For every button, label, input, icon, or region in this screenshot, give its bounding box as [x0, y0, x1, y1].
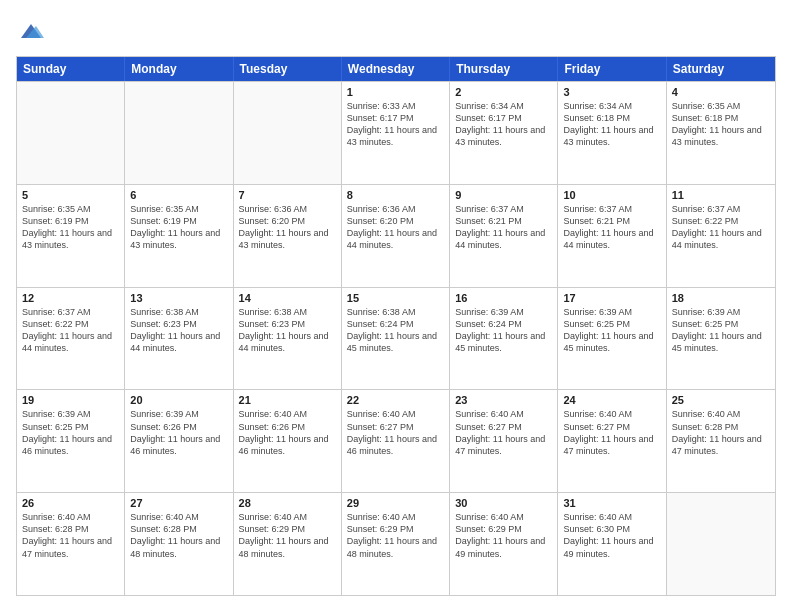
calendar-cell: 15Sunrise: 6:38 AM Sunset: 6:24 PM Dayli…: [342, 288, 450, 390]
day-number: 7: [239, 189, 336, 201]
day-number: 4: [672, 86, 770, 98]
day-info: Sunrise: 6:34 AM Sunset: 6:18 PM Dayligh…: [563, 100, 660, 149]
day-info: Sunrise: 6:35 AM Sunset: 6:19 PM Dayligh…: [22, 203, 119, 252]
calendar-cell: 30Sunrise: 6:40 AM Sunset: 6:29 PM Dayli…: [450, 493, 558, 595]
header: [16, 16, 776, 46]
day-info: Sunrise: 6:38 AM Sunset: 6:24 PM Dayligh…: [347, 306, 444, 355]
calendar-cell: 9Sunrise: 6:37 AM Sunset: 6:21 PM Daylig…: [450, 185, 558, 287]
day-number: 17: [563, 292, 660, 304]
calendar-cell: 31Sunrise: 6:40 AM Sunset: 6:30 PM Dayli…: [558, 493, 666, 595]
calendar-cell: 13Sunrise: 6:38 AM Sunset: 6:23 PM Dayli…: [125, 288, 233, 390]
day-info: Sunrise: 6:38 AM Sunset: 6:23 PM Dayligh…: [239, 306, 336, 355]
calendar-row-4: 19Sunrise: 6:39 AM Sunset: 6:25 PM Dayli…: [17, 389, 775, 492]
calendar-cell: 14Sunrise: 6:38 AM Sunset: 6:23 PM Dayli…: [234, 288, 342, 390]
calendar-body: 1Sunrise: 6:33 AM Sunset: 6:17 PM Daylig…: [17, 81, 775, 595]
calendar-cell: 27Sunrise: 6:40 AM Sunset: 6:28 PM Dayli…: [125, 493, 233, 595]
logo: [16, 16, 50, 46]
calendar-cell: 11Sunrise: 6:37 AM Sunset: 6:22 PM Dayli…: [667, 185, 775, 287]
day-info: Sunrise: 6:40 AM Sunset: 6:27 PM Dayligh…: [563, 408, 660, 457]
day-number: 21: [239, 394, 336, 406]
day-info: Sunrise: 6:37 AM Sunset: 6:22 PM Dayligh…: [672, 203, 770, 252]
day-number: 12: [22, 292, 119, 304]
day-number: 14: [239, 292, 336, 304]
day-number: 31: [563, 497, 660, 509]
calendar-cell: 18Sunrise: 6:39 AM Sunset: 6:25 PM Dayli…: [667, 288, 775, 390]
calendar-cell: 17Sunrise: 6:39 AM Sunset: 6:25 PM Dayli…: [558, 288, 666, 390]
calendar-row-2: 5Sunrise: 6:35 AM Sunset: 6:19 PM Daylig…: [17, 184, 775, 287]
day-number: 29: [347, 497, 444, 509]
day-number: 10: [563, 189, 660, 201]
calendar: SundayMondayTuesdayWednesdayThursdayFrid…: [16, 56, 776, 596]
day-number: 2: [455, 86, 552, 98]
day-number: 1: [347, 86, 444, 98]
calendar-cell: 7Sunrise: 6:36 AM Sunset: 6:20 PM Daylig…: [234, 185, 342, 287]
day-info: Sunrise: 6:37 AM Sunset: 6:21 PM Dayligh…: [455, 203, 552, 252]
calendar-cell: 8Sunrise: 6:36 AM Sunset: 6:20 PM Daylig…: [342, 185, 450, 287]
day-of-week-tuesday: Tuesday: [234, 57, 342, 81]
day-of-week-thursday: Thursday: [450, 57, 558, 81]
day-of-week-saturday: Saturday: [667, 57, 775, 81]
day-info: Sunrise: 6:39 AM Sunset: 6:25 PM Dayligh…: [672, 306, 770, 355]
day-of-week-sunday: Sunday: [17, 57, 125, 81]
day-number: 3: [563, 86, 660, 98]
day-of-week-friday: Friday: [558, 57, 666, 81]
day-number: 16: [455, 292, 552, 304]
day-info: Sunrise: 6:40 AM Sunset: 6:29 PM Dayligh…: [455, 511, 552, 560]
day-info: Sunrise: 6:40 AM Sunset: 6:28 PM Dayligh…: [672, 408, 770, 457]
day-number: 23: [455, 394, 552, 406]
calendar-cell: 6Sunrise: 6:35 AM Sunset: 6:19 PM Daylig…: [125, 185, 233, 287]
calendar-cell: 16Sunrise: 6:39 AM Sunset: 6:24 PM Dayli…: [450, 288, 558, 390]
calendar-cell: [234, 82, 342, 184]
day-info: Sunrise: 6:36 AM Sunset: 6:20 PM Dayligh…: [347, 203, 444, 252]
day-number: 15: [347, 292, 444, 304]
day-info: Sunrise: 6:40 AM Sunset: 6:27 PM Dayligh…: [347, 408, 444, 457]
day-info: Sunrise: 6:35 AM Sunset: 6:18 PM Dayligh…: [672, 100, 770, 149]
calendar-cell: 28Sunrise: 6:40 AM Sunset: 6:29 PM Dayli…: [234, 493, 342, 595]
day-number: 22: [347, 394, 444, 406]
calendar-header: SundayMondayTuesdayWednesdayThursdayFrid…: [17, 57, 775, 81]
calendar-cell: 2Sunrise: 6:34 AM Sunset: 6:17 PM Daylig…: [450, 82, 558, 184]
day-info: Sunrise: 6:37 AM Sunset: 6:21 PM Dayligh…: [563, 203, 660, 252]
day-number: 11: [672, 189, 770, 201]
day-number: 18: [672, 292, 770, 304]
day-number: 19: [22, 394, 119, 406]
day-info: Sunrise: 6:40 AM Sunset: 6:29 PM Dayligh…: [239, 511, 336, 560]
day-info: Sunrise: 6:40 AM Sunset: 6:30 PM Dayligh…: [563, 511, 660, 560]
calendar-cell: 1Sunrise: 6:33 AM Sunset: 6:17 PM Daylig…: [342, 82, 450, 184]
day-info: Sunrise: 6:40 AM Sunset: 6:26 PM Dayligh…: [239, 408, 336, 457]
day-info: Sunrise: 6:39 AM Sunset: 6:24 PM Dayligh…: [455, 306, 552, 355]
day-info: Sunrise: 6:33 AM Sunset: 6:17 PM Dayligh…: [347, 100, 444, 149]
day-info: Sunrise: 6:40 AM Sunset: 6:29 PM Dayligh…: [347, 511, 444, 560]
calendar-cell: 10Sunrise: 6:37 AM Sunset: 6:21 PM Dayli…: [558, 185, 666, 287]
day-info: Sunrise: 6:37 AM Sunset: 6:22 PM Dayligh…: [22, 306, 119, 355]
day-number: 5: [22, 189, 119, 201]
day-number: 28: [239, 497, 336, 509]
calendar-row-5: 26Sunrise: 6:40 AM Sunset: 6:28 PM Dayli…: [17, 492, 775, 595]
day-number: 20: [130, 394, 227, 406]
day-of-week-wednesday: Wednesday: [342, 57, 450, 81]
calendar-page: SundayMondayTuesdayWednesdayThursdayFrid…: [0, 0, 792, 612]
calendar-cell: 25Sunrise: 6:40 AM Sunset: 6:28 PM Dayli…: [667, 390, 775, 492]
day-number: 26: [22, 497, 119, 509]
day-number: 8: [347, 189, 444, 201]
day-info: Sunrise: 6:39 AM Sunset: 6:26 PM Dayligh…: [130, 408, 227, 457]
calendar-cell: [125, 82, 233, 184]
calendar-cell: 29Sunrise: 6:40 AM Sunset: 6:29 PM Dayli…: [342, 493, 450, 595]
calendar-cell: 4Sunrise: 6:35 AM Sunset: 6:18 PM Daylig…: [667, 82, 775, 184]
day-info: Sunrise: 6:40 AM Sunset: 6:28 PM Dayligh…: [22, 511, 119, 560]
calendar-cell: 21Sunrise: 6:40 AM Sunset: 6:26 PM Dayli…: [234, 390, 342, 492]
day-of-week-monday: Monday: [125, 57, 233, 81]
calendar-cell: [667, 493, 775, 595]
calendar-cell: 12Sunrise: 6:37 AM Sunset: 6:22 PM Dayli…: [17, 288, 125, 390]
calendar-cell: 19Sunrise: 6:39 AM Sunset: 6:25 PM Dayli…: [17, 390, 125, 492]
day-number: 30: [455, 497, 552, 509]
calendar-cell: 20Sunrise: 6:39 AM Sunset: 6:26 PM Dayli…: [125, 390, 233, 492]
calendar-row-1: 1Sunrise: 6:33 AM Sunset: 6:17 PM Daylig…: [17, 81, 775, 184]
calendar-row-3: 12Sunrise: 6:37 AM Sunset: 6:22 PM Dayli…: [17, 287, 775, 390]
day-number: 27: [130, 497, 227, 509]
calendar-cell: 5Sunrise: 6:35 AM Sunset: 6:19 PM Daylig…: [17, 185, 125, 287]
day-info: Sunrise: 6:36 AM Sunset: 6:20 PM Dayligh…: [239, 203, 336, 252]
calendar-cell: 22Sunrise: 6:40 AM Sunset: 6:27 PM Dayli…: [342, 390, 450, 492]
calendar-cell: 26Sunrise: 6:40 AM Sunset: 6:28 PM Dayli…: [17, 493, 125, 595]
calendar-cell: 23Sunrise: 6:40 AM Sunset: 6:27 PM Dayli…: [450, 390, 558, 492]
